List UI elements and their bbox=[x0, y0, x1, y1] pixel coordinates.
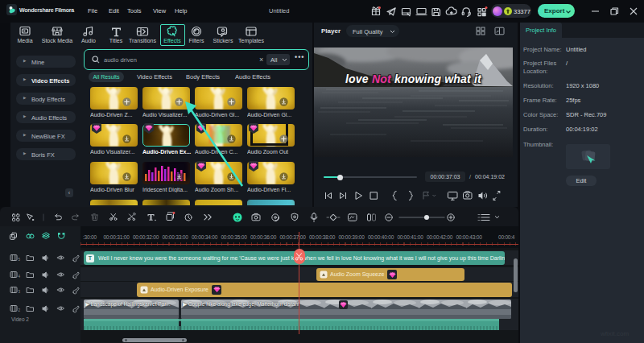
svg-text:2: 2 bbox=[19, 308, 21, 312]
svg-text:4: 4 bbox=[19, 275, 21, 279]
svg-text:Video 2: Video 2 bbox=[11, 316, 29, 322]
svg-text:5: 5 bbox=[19, 258, 21, 262]
svg-text:3: 3 bbox=[19, 290, 21, 294]
